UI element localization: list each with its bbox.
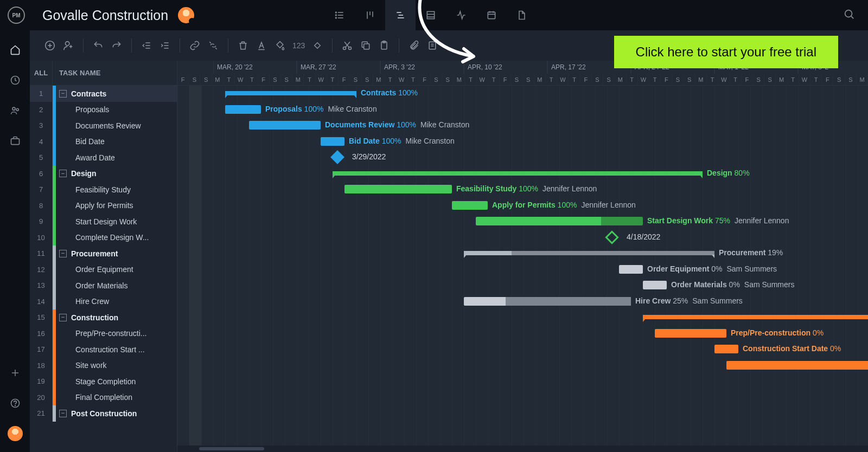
task-row[interactable]: 6−Design — [30, 166, 177, 182]
task-name-label: Order Equipment — [75, 265, 133, 274]
task-row[interactable]: 13Order Materials — [30, 277, 177, 294]
gantt-task-bar[interactable] — [726, 361, 868, 370]
milestone-icon[interactable] — [308, 36, 327, 55]
unlink-icon[interactable] — [204, 36, 222, 55]
gantt-milestone[interactable] — [330, 150, 344, 164]
column-all[interactable]: ALL — [30, 61, 53, 85]
task-row[interactable]: 16Prep/Pre-constructi... — [30, 326, 177, 342]
task-row[interactable]: 18Site work — [30, 358, 177, 374]
indent-icon[interactable] — [156, 36, 174, 55]
gantt-bar-label: Order Equipment 0%Sam Summers — [647, 264, 777, 273]
task-row[interactable]: 4Bid Date — [30, 134, 177, 150]
view-board-icon[interactable] — [355, 0, 385, 30]
task-row[interactable]: 2Proposals — [30, 102, 177, 118]
free-trial-cta[interactable]: Click here to start your free trial — [614, 36, 838, 68]
gantt-milestone-date: 4/18/2022 — [627, 233, 660, 241]
gantt-task-bar[interactable] — [655, 329, 726, 338]
gantt-task-bar[interactable] — [452, 201, 488, 210]
assign-icon[interactable] — [59, 36, 78, 55]
nav-team-icon[interactable] — [4, 100, 26, 121]
view-file-icon[interactable] — [507, 0, 537, 30]
nav-add-icon[interactable] — [4, 362, 26, 384]
gantt-summary-bar[interactable] — [333, 171, 703, 176]
nav-work-icon[interactable] — [4, 130, 26, 152]
outdent-icon[interactable] — [137, 36, 156, 55]
task-row[interactable]: 1−Contracts — [30, 86, 177, 102]
timeline-day-cell: S — [672, 74, 684, 86]
view-sheet-icon[interactable] — [416, 0, 446, 30]
gantt-task-bar[interactable] — [476, 217, 643, 225]
task-number: 1 — [30, 86, 53, 102]
task-number: 8 — [30, 198, 53, 214]
gantt-bar-label: Documents Review 100%Mike Cranston — [325, 120, 469, 129]
gantt-task-bar[interactable] — [321, 137, 344, 146]
nav-recent-icon[interactable] — [4, 69, 26, 91]
gantt-task-bar[interactable] — [344, 185, 452, 193]
task-row[interactable]: 5Award Date — [30, 150, 177, 166]
gantt-task-bar[interactable] — [643, 281, 667, 289]
gantt-summary-bar[interactable] — [225, 91, 356, 95]
task-number: 2 — [30, 102, 53, 118]
gantt-bar-label: Order Materials 0%Sam Summers — [671, 280, 794, 289]
copy-icon[interactable] — [356, 36, 375, 55]
task-number: 21 — [30, 405, 53, 422]
gantt-horizontal-scrollbar[interactable] — [177, 445, 868, 452]
cut-icon[interactable] — [338, 36, 356, 55]
collapse-icon[interactable]: − — [59, 170, 67, 177]
view-list-icon[interactable] — [324, 0, 355, 30]
task-row[interactable]: 3Documents Review — [30, 118, 177, 134]
task-row[interactable]: 7Feasibility Study — [30, 182, 177, 198]
task-row[interactable]: 11−Procurement — [30, 246, 177, 262]
search-icon[interactable] — [838, 8, 860, 22]
paste-icon[interactable] — [375, 36, 393, 55]
note-icon[interactable] — [423, 36, 442, 55]
app-logo[interactable]: PM — [8, 7, 25, 24]
add-task-icon[interactable] — [41, 36, 59, 55]
collapse-icon[interactable]: − — [59, 90, 67, 98]
nav-home-icon[interactable] — [4, 39, 26, 61]
task-row[interactable]: 15−Construction — [30, 309, 177, 326]
collapse-icon[interactable]: − — [59, 314, 67, 321]
nav-help-icon[interactable] — [4, 392, 26, 414]
delete-icon[interactable] — [234, 36, 252, 55]
gantt-task-bar[interactable] — [464, 297, 631, 306]
nav-user-avatar[interactable] — [4, 423, 26, 444]
gantt-summary-bar[interactable] — [643, 315, 868, 319]
timeline-day-cell: M — [776, 74, 787, 86]
gantt-task-bar[interactable] — [714, 345, 738, 353]
task-row[interactable]: 19Stage Completion — [30, 373, 177, 390]
view-gantt-icon[interactable] — [385, 0, 416, 30]
link-icon[interactable] — [186, 36, 204, 55]
column-task-name[interactable]: TASK NAME — [53, 69, 100, 77]
gantt-task-bar[interactable] — [225, 105, 261, 114]
gantt-body[interactable]: Contracts 100%Proposals 100%Mike Cransto… — [177, 86, 868, 452]
task-row[interactable]: 12Order Equipment — [30, 262, 177, 278]
sequence-label[interactable]: 123 — [289, 41, 308, 50]
gantt-bar-label: Design 80% — [707, 169, 750, 177]
view-calendar-icon[interactable] — [476, 0, 507, 30]
project-avatar[interactable] — [178, 7, 194, 23]
task-row[interactable]: 21−Post Construction — [30, 405, 177, 422]
collapse-icon[interactable]: − — [59, 250, 67, 257]
task-row[interactable]: 14Hire Crew — [30, 294, 177, 310]
collapse-icon[interactable]: − — [59, 410, 67, 417]
text-format-icon[interactable] — [252, 36, 271, 55]
gantt-milestone[interactable] — [605, 230, 618, 244]
task-row[interactable]: 10Complete Design W... — [30, 230, 177, 246]
task-row[interactable]: 20Final Completion — [30, 390, 177, 406]
timeline-day-cell: S — [281, 74, 292, 86]
gantt-task-bar[interactable] — [249, 121, 321, 130]
redo-icon[interactable] — [107, 36, 126, 55]
attach-icon[interactable] — [405, 36, 423, 55]
undo-icon[interactable] — [89, 36, 107, 55]
view-activity-icon[interactable] — [446, 0, 476, 30]
task-row[interactable]: 8Apply for Permits — [30, 198, 177, 214]
fill-icon[interactable] — [271, 36, 289, 55]
timeline-day-cell: T — [465, 74, 476, 86]
timeline-day-cell: S — [511, 74, 522, 86]
task-row[interactable]: 9Start Design Work — [30, 214, 177, 230]
task-row[interactable]: 17Construction Start ... — [30, 341, 177, 358]
gantt-task-bar[interactable] — [619, 265, 643, 274]
gantt-summary-bar[interactable] — [464, 251, 714, 255]
timeline-day-cell: M — [857, 74, 868, 86]
